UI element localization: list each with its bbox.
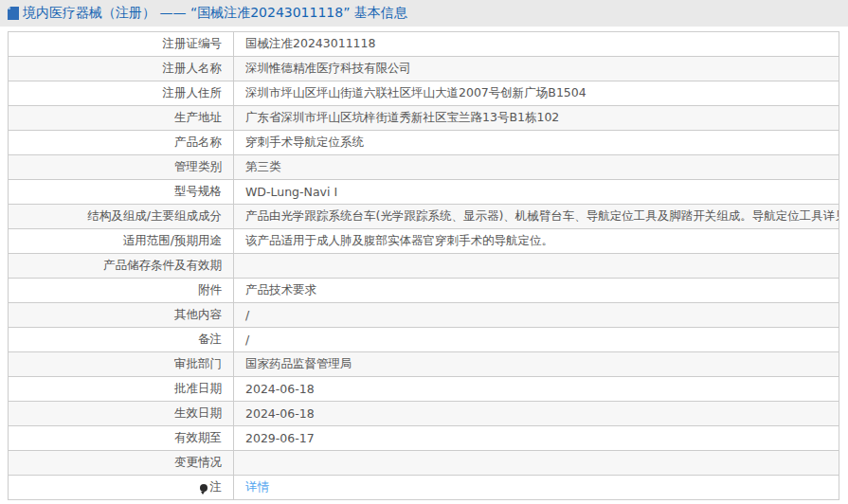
row-label: 批准日期 <box>9 377 234 402</box>
row-value: 国家药品监督管理局 <box>234 352 839 377</box>
row-value <box>234 254 839 279</box>
table-row: 产品名称穿刺手术导航定位系统 <box>9 131 839 155</box>
row-label: 注册人名称 <box>9 57 234 81</box>
registration-info-page: 境内医疗器械（注册） —— “国械注准20243011118” 基本信息 注册证… <box>0 0 848 504</box>
row-value: 穿刺手术导航定位系统 <box>234 131 839 155</box>
row-value: 2024-06-18 <box>234 377 839 402</box>
row-value: 详情 <box>234 476 839 500</box>
row-label: 有效期至 <box>9 426 234 451</box>
row-value: / <box>234 328 839 352</box>
row-value <box>234 451 839 476</box>
info-table-body: 注册证编号国械注准20243011118注册人名称深圳惟德精准医疗科技有限公司注… <box>9 32 839 500</box>
table-row: 注册人住所深圳市坪山区坪山街道六联社区坪山大道2007号创新广场B1504 <box>9 81 839 106</box>
table-row: 其他内容/ <box>9 303 839 328</box>
row-value: 第三类 <box>234 155 839 180</box>
table-row: 注册证编号国械注准20243011118 <box>9 32 839 57</box>
info-table: 注册证编号国械注准20243011118注册人名称深圳惟德精准医疗科技有限公司注… <box>8 31 839 500</box>
row-label: 审批部门 <box>9 352 234 377</box>
row-value: 国械注准20243011118 <box>234 32 839 57</box>
row-value: WD-Lung-Navi I <box>234 180 839 205</box>
row-value: 深圳市坪山区坪山街道六联社区坪山大道2007号创新广场B1504 <box>234 81 839 106</box>
table-row: 审批部门国家药品监督管理局 <box>9 352 839 377</box>
table-row: 管理类别第三类 <box>9 155 839 180</box>
row-value: 广东省深圳市坪山区坑梓街道秀新社区宝兰路13号B1栋102 <box>234 106 839 131</box>
row-value: 2029-06-17 <box>234 426 839 451</box>
row-label: 附件 <box>9 279 234 303</box>
table-row: 变更情况 <box>9 451 839 476</box>
row-label: 产品名称 <box>9 131 234 155</box>
page-title: 境内医疗器械（注册） —— “国械注准20243011118” 基本信息 <box>23 5 407 22</box>
table-row: 结构及组成/主要组成成分产品由光学跟踪系统台车(光学跟踪系统、显示器)、机械臂台… <box>9 205 839 229</box>
table-row: 有效期至2029-06-17 <box>9 426 839 451</box>
table-row: 产品储存条件及有效期 <box>9 254 839 279</box>
note-balloon-icon <box>200 484 207 492</box>
row-label: 产品储存条件及有效期 <box>9 254 234 279</box>
table-row: 注册人名称深圳惟德精准医疗科技有限公司 <box>9 57 839 81</box>
row-label: 其他内容 <box>9 303 234 328</box>
row-label: 型号规格 <box>9 180 234 205</box>
table-row: 适用范围/预期用途该产品适用于成人肺及腹部实体器官穿刺手术的导航定位。 <box>9 229 839 254</box>
row-value: 该产品适用于成人肺及腹部实体器官穿刺手术的导航定位。 <box>234 229 839 254</box>
row-label: 生产地址 <box>9 106 234 131</box>
row-label: 备注 <box>9 328 234 352</box>
details-link[interactable]: 详情 <box>245 479 269 494</box>
table-row: 附件产品技术要求 <box>9 279 839 303</box>
row-value: 产品技术要求 <box>234 279 839 303</box>
row-value: 2024-06-18 <box>234 402 839 426</box>
table-row: 注详情 <box>9 476 839 500</box>
row-value: 深圳惟德精准医疗科技有限公司 <box>234 57 839 81</box>
page-header: 境内医疗器械（注册） —— “国械注准20243011118” 基本信息 <box>0 0 848 27</box>
table-row: 生效日期2024-06-18 <box>9 402 839 426</box>
row-label: 注册人住所 <box>9 81 234 106</box>
row-label: 管理类别 <box>9 155 234 180</box>
row-value: 产品由光学跟踪系统台车(光学跟踪系统、显示器)、机械臂台车、导航定位工具及脚踏开… <box>234 205 839 229</box>
table-row: 批准日期2024-06-18 <box>9 377 839 402</box>
row-value: / <box>234 303 839 328</box>
row-label: 生效日期 <box>9 402 234 426</box>
row-label: 适用范围/预期用途 <box>9 229 234 254</box>
document-icon <box>8 7 19 20</box>
row-label: 注 <box>9 476 234 500</box>
row-label: 结构及组成/主要组成成分 <box>9 205 234 229</box>
row-label: 变更情况 <box>9 451 234 476</box>
table-row: 型号规格WD-Lung-Navi I <box>9 180 839 205</box>
table-row: 生产地址广东省深圳市坪山区坑梓街道秀新社区宝兰路13号B1栋102 <box>9 106 839 131</box>
row-label: 注册证编号 <box>9 32 234 57</box>
table-row: 备注/ <box>9 328 839 352</box>
